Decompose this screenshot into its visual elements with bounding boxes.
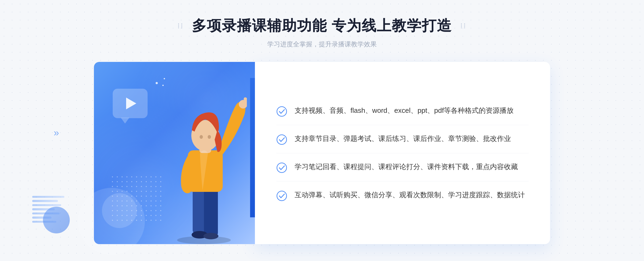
feature-text-2: 支持章节目录、弹题考试、课后练习、课后作业、章节测验、批改作业 — [295, 133, 511, 144]
feature-text-3: 学习笔记回看、课程提问、课程评论打分、课件资料下载，重点内容收藏 — [295, 161, 518, 173]
decorator-right: ⁞⁞ — [460, 21, 467, 30]
content-panel: 支持视频、音频、flash、word、excel、ppt、pdf等各种格式的资源… — [255, 62, 550, 244]
svg-point-12 — [277, 107, 287, 116]
feature-item-2: 支持章节目录、弹题考试、课后练习、课后作业、章节测验、批改作业 — [276, 125, 529, 153]
feature-item-1: 支持视频、音频、flash、word、excel、ppt、pdf等各种格式的资源… — [276, 97, 529, 125]
check-icon-1 — [276, 106, 287, 117]
sub-title: 学习进度全掌握，提升录播课教学效果 — [177, 40, 466, 49]
features-list: 支持视频、音频、flash、word、excel、ppt、pdf等各种格式的资源… — [276, 97, 529, 209]
svg-point-14 — [277, 163, 287, 173]
svg-point-8 — [200, 135, 203, 139]
feature-item-4: 互动弹幕、试听购买、微信分享、观看次数限制、学习进度跟踪、数据统计 — [276, 181, 529, 209]
illustration-panel — [94, 62, 255, 244]
left-arrow-decoration: » — [54, 127, 59, 139]
feature-text-1: 支持视频、音频、flash、word、excel、ppt、pdf等各种格式的资源… — [295, 105, 514, 116]
header-decorators: ⁞⁞ 多项录播课辅助功能 专为线上教学打造 ⁞⁞ — [177, 16, 466, 36]
check-icon-4 — [276, 191, 287, 201]
decorator-left: ⁞⁞ — [177, 21, 184, 30]
sparkle-2 — [164, 78, 165, 79]
check-icon-2 — [276, 134, 287, 145]
header-section: ⁞⁞ 多项录播课辅助功能 专为线上教学打造 ⁞⁞ 学习进度全掌握，提升录播课教学… — [177, 16, 466, 49]
floating-circle-blue — [43, 207, 70, 233]
play-bubble — [113, 89, 148, 118]
deco-circle-medium — [102, 193, 137, 228]
feature-item-3: 学习笔记回看、课程提问、课程评论打分、课件资料下载，重点内容收藏 — [276, 153, 529, 181]
sparkle-3 — [162, 85, 164, 86]
play-icon — [126, 98, 136, 109]
blue-bar-decoration — [250, 78, 255, 217]
figure-illustration — [161, 89, 247, 244]
feature-text-4: 互动弹幕、试听购买、微信分享、观看次数限制、学习进度跟踪、数据统计 — [295, 189, 525, 201]
svg-point-13 — [277, 135, 287, 144]
main-title: 多项录播课辅助功能 专为线上教学打造 — [192, 16, 452, 36]
content-area: 支持视频、音频、flash、word、excel、ppt、pdf等各种格式的资源… — [94, 62, 550, 244]
check-icon-3 — [276, 162, 287, 173]
svg-rect-2 — [204, 185, 218, 236]
sparkle-1 — [156, 82, 158, 84]
page-container: » ⁞⁞ 多项录播课辅助功能 专为线上教学打造 ⁞⁞ 学习进度全掌握，提升录播课… — [0, 0, 644, 261]
svg-point-9 — [208, 135, 211, 139]
svg-point-15 — [277, 191, 287, 201]
svg-point-4 — [203, 233, 218, 239]
